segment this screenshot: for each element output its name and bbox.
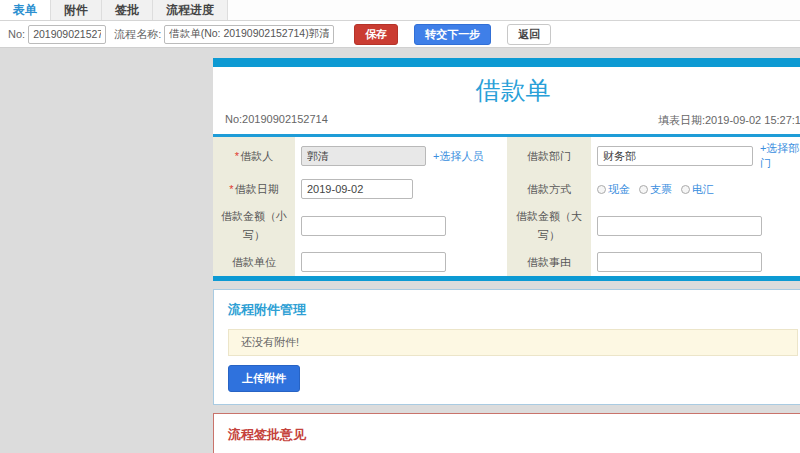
back-button[interactable]: 返回 <box>507 24 551 45</box>
borrow-date-input[interactable] <box>301 179 413 199</box>
flow-name-input[interactable] <box>164 25 334 44</box>
select-department-link[interactable]: +选择部门 <box>760 141 800 171</box>
unit-input[interactable] <box>301 252 446 272</box>
borrower-label: *借款人 <box>213 137 295 175</box>
department-label: 借款部门 <box>507 137 591 175</box>
borrower-input[interactable] <box>301 146 426 166</box>
amount-lower-input[interactable] <box>301 216 446 236</box>
save-button[interactable]: 保存 <box>354 24 398 45</box>
form-head-row: No:20190902152714 填表日期:2019-09-02 15:27:… <box>213 111 800 134</box>
amount-upper-input[interactable] <box>597 216 762 236</box>
tab-progress[interactable]: 流程进度 <box>153 0 228 20</box>
radio-cash-label: 现金 <box>608 182 630 197</box>
required-mark: * <box>229 183 233 195</box>
radio-cheque-dot[interactable] <box>639 185 648 194</box>
doc-no-text: No:20190902152714 <box>225 113 328 128</box>
form-title: 借款单 <box>213 67 800 111</box>
borrow-date-label: *借款日期 <box>213 175 295 203</box>
radio-cash-dot[interactable] <box>597 185 606 194</box>
loan-form-panel: 借款单 No:20190902152714 填表日期:2019-09-02 15… <box>213 58 800 281</box>
flow-name-label: 流程名称: <box>114 27 161 42</box>
no-attachment-message: 还没有附件! <box>228 329 798 356</box>
tab-sign-label: 签批 <box>115 2 139 19</box>
unit-label: 借款单位 <box>213 248 295 276</box>
borrow-date-field <box>295 175 507 203</box>
tab-progress-label: 流程进度 <box>166 2 214 19</box>
radio-wire-label: 电汇 <box>692 182 714 197</box>
approval-panel: 流程签批意见 B I abc ⚑ <box>213 413 800 453</box>
approval-title: 流程签批意见 <box>228 426 798 444</box>
method-field: 现金 支票 电汇 <box>591 175 800 203</box>
no-input[interactable] <box>28 25 106 44</box>
radio-wire-dot[interactable] <box>681 185 690 194</box>
radio-cash[interactable]: 现金 <box>597 182 630 197</box>
no-label: No: <box>8 28 25 40</box>
tab-form[interactable]: 表单 <box>0 0 51 20</box>
form-grid: *借款人 +选择人员 借款部门 +选择部门 *借款日期 借款方式 现金 支票 电… <box>213 137 800 276</box>
tab-form-label: 表单 <box>13 2 37 19</box>
workspace: 借款单 No:20190902152714 填表日期:2019-09-02 15… <box>0 48 800 453</box>
unit-field <box>295 248 507 276</box>
department-field: +选择部门 <box>591 137 800 175</box>
method-label: 借款方式 <box>507 175 591 203</box>
amount-upper-label: 借款金额（大写） <box>507 203 591 248</box>
required-mark: * <box>235 150 239 162</box>
reason-field <box>591 248 800 276</box>
amount-lower-label: 借款金额（小写） <box>213 203 295 248</box>
tab-attachment[interactable]: 附件 <box>51 0 102 20</box>
attachment-title: 流程附件管理 <box>228 301 798 319</box>
panel-bottom-bar <box>213 276 800 281</box>
reason-label: 借款事由 <box>507 248 591 276</box>
panel-top-bar <box>213 58 800 67</box>
department-input[interactable] <box>597 146 753 166</box>
fill-date-text: 填表日期:2019-09-02 15:27:1 <box>658 113 800 128</box>
radio-cheque[interactable]: 支票 <box>639 182 672 197</box>
tab-bar: 表单 附件 签批 流程进度 <box>0 0 800 21</box>
amount-upper-field <box>591 203 800 248</box>
radio-wire[interactable]: 电汇 <box>681 182 714 197</box>
radio-cheque-label: 支票 <box>650 182 672 197</box>
next-step-button[interactable]: 转交下一步 <box>414 24 491 45</box>
tab-sign[interactable]: 签批 <box>102 0 153 20</box>
reason-input[interactable] <box>597 252 762 272</box>
action-toolbar: No: 流程名称: 保存 转交下一步 返回 <box>0 21 800 48</box>
select-person-link[interactable]: +选择人员 <box>433 149 483 164</box>
attachment-panel: 流程附件管理 还没有附件! 上传附件 <box>213 289 800 405</box>
amount-lower-field <box>295 203 507 248</box>
borrower-field: +选择人员 <box>295 137 507 175</box>
upload-attachment-button[interactable]: 上传附件 <box>228 365 300 392</box>
tab-attachment-label: 附件 <box>64 2 88 19</box>
